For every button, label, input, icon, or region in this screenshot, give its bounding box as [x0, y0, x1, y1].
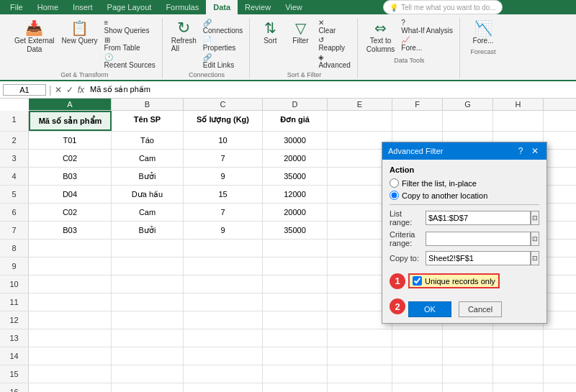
cell[interactable]: Tên SP	[112, 111, 184, 131]
tell-me-bar[interactable]: 💡 Tell me what you want to do...	[383, 0, 503, 14]
refresh-all-button[interactable]: ↻ RefreshAll	[168, 18, 199, 54]
cell[interactable]: C02	[29, 204, 112, 221]
cell[interactable]	[263, 293, 328, 311]
cell[interactable]	[493, 383, 544, 392]
cell[interactable]: 7	[184, 150, 263, 167]
tab-review[interactable]: Review	[238, 0, 278, 14]
cell[interactable]	[29, 257, 112, 275]
forecast-button[interactable]: 📈Fore...	[399, 35, 455, 53]
cell[interactable]	[29, 347, 112, 365]
col-header-e[interactable]: E	[328, 99, 392, 110]
get-external-data-button[interactable]: 📥 Get ExternalData	[12, 18, 58, 55]
cell[interactable]: Cam	[112, 150, 184, 167]
reapply-button[interactable]: ↺Reapply	[316, 35, 352, 53]
cell[interactable]: C02	[29, 150, 112, 167]
cell[interactable]	[112, 257, 184, 275]
cell[interactable]: Số lượng (Kg)	[184, 111, 263, 131]
cell[interactable]	[112, 293, 184, 311]
cell[interactable]: Mã số sản phẩm	[29, 111, 112, 131]
cell[interactable]	[184, 329, 263, 347]
copy-to-input[interactable]	[426, 251, 531, 265]
cancel-formula-icon[interactable]: ✕	[55, 85, 62, 95]
cell[interactable]: B03	[29, 168, 112, 185]
cell[interactable]: 15	[184, 186, 263, 203]
from-table-button[interactable]: ⊞From Table	[102, 35, 158, 53]
cell[interactable]	[392, 383, 443, 392]
cell[interactable]	[112, 347, 184, 365]
ok-button[interactable]: OK	[408, 301, 451, 317]
cell[interactable]	[29, 383, 112, 392]
cell[interactable]: 30000	[263, 132, 328, 149]
tab-page-layout[interactable]: Page Layout	[100, 0, 159, 14]
cell[interactable]	[29, 311, 112, 329]
advanced-button[interactable]: ◈Advanced	[316, 53, 352, 70]
cell[interactable]	[184, 257, 263, 275]
cell[interactable]: 9	[184, 168, 263, 185]
cell[interactable]	[392, 111, 443, 131]
dialog-help-button[interactable]: ?	[515, 145, 526, 157]
cell[interactable]	[112, 275, 184, 293]
copy-to-selector-button[interactable]: ⊡	[531, 251, 539, 265]
cell[interactable]	[263, 257, 328, 275]
tab-file[interactable]: File	[3, 0, 30, 14]
cell[interactable]	[392, 347, 443, 365]
cell[interactable]	[263, 329, 328, 347]
cell[interactable]	[443, 329, 493, 347]
properties-button[interactable]: 📄Properties	[201, 35, 246, 53]
clear-button[interactable]: ✕Clear	[316, 18, 352, 35]
col-header-b[interactable]: B	[112, 99, 184, 110]
cell[interactable]	[443, 111, 493, 131]
cell[interactable]: 20000	[263, 204, 328, 221]
cell[interactable]: Đơn giá	[263, 111, 328, 131]
cell[interactable]: Dưa hấu	[112, 186, 184, 203]
cell[interactable]: D04	[29, 186, 112, 203]
filter-button[interactable]: ▽ Filter	[286, 18, 315, 46]
cell[interactable]	[29, 275, 112, 293]
what-if-button[interactable]: ?What-If Analysis	[399, 18, 455, 35]
cell[interactable]	[443, 365, 493, 383]
col-header-h[interactable]: H	[493, 99, 544, 110]
show-queries-button[interactable]: ≡Show Queries	[102, 18, 158, 35]
sort-button[interactable]: ⇅ Sort	[256, 18, 284, 46]
cell[interactable]: 12000	[263, 186, 328, 203]
tab-formulas[interactable]: Formulas	[158, 0, 206, 14]
cell[interactable]	[184, 240, 263, 257]
cell[interactable]	[29, 329, 112, 347]
cell[interactable]	[112, 240, 184, 257]
cell[interactable]	[184, 383, 263, 392]
tab-data[interactable]: Data	[206, 0, 238, 14]
cell[interactable]	[443, 347, 493, 365]
text-to-columns-button[interactable]: ⇔ Text toColumns	[364, 18, 397, 55]
radio-filter-inplace-input[interactable]	[390, 178, 399, 188]
formula-input[interactable]	[87, 86, 573, 94]
tab-home[interactable]: Home	[30, 0, 66, 14]
criteria-range-input[interactable]	[426, 232, 531, 246]
cell[interactable]: 9	[184, 222, 263, 239]
cell[interactable]	[263, 311, 328, 329]
cell[interactable]	[184, 293, 263, 311]
cell[interactable]	[328, 347, 392, 365]
cell[interactable]: 20000	[263, 150, 328, 167]
col-header-a[interactable]: A	[29, 99, 112, 110]
cell[interactable]: Táo	[112, 132, 184, 149]
col-header-f[interactable]: F	[392, 99, 443, 110]
cell[interactable]	[184, 347, 263, 365]
cell[interactable]	[184, 365, 263, 383]
cell[interactable]	[263, 383, 328, 392]
cell[interactable]	[184, 275, 263, 293]
unique-records-row[interactable]: Unique records only	[408, 273, 500, 288]
cell[interactable]	[263, 347, 328, 365]
cell[interactable]: 35000	[263, 168, 328, 185]
cell[interactable]: Cam	[112, 204, 184, 221]
forecast-sheet-button[interactable]: 📉 Fore...	[469, 18, 498, 47]
col-header-c[interactable]: C	[184, 99, 263, 110]
cell[interactable]	[493, 111, 544, 131]
cell[interactable]	[263, 240, 328, 257]
dialog-close-button[interactable]: ✕	[529, 145, 541, 157]
cell[interactable]	[493, 347, 544, 365]
cell[interactable]	[112, 329, 184, 347]
cell[interactable]	[328, 365, 392, 383]
radio-copy-location-input[interactable]	[390, 191, 399, 200]
recent-sources-button[interactable]: 🕐Recent Sources	[102, 53, 158, 70]
cell[interactable]	[392, 365, 443, 383]
